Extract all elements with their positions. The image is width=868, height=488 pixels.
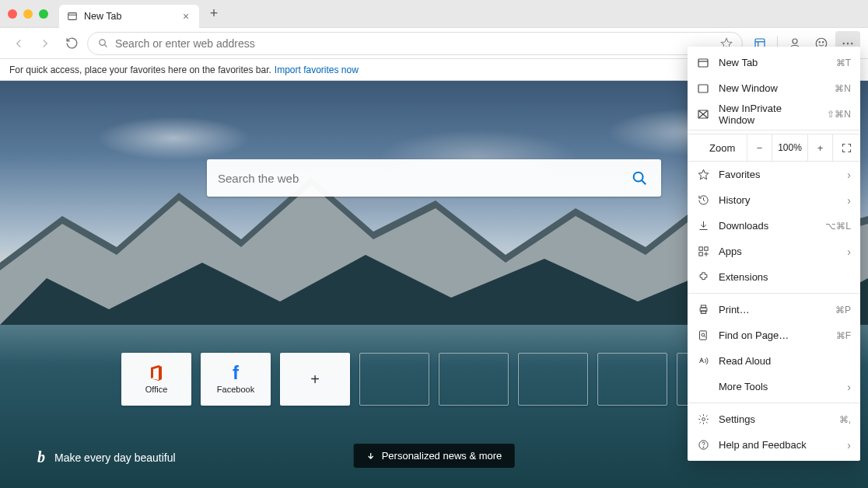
menu-item-find-on-page[interactable]: Find on Page…⌘F (688, 322, 860, 348)
readaloud-icon (697, 355, 709, 368)
menu-item-label: New Window (719, 82, 825, 94)
tagline-text: Make every day beautiful (54, 451, 176, 464)
svg-line-3 (104, 44, 107, 47)
svg-point-36 (702, 333, 705, 336)
new-tab-button[interactable]: + (202, 2, 226, 26)
menu-item-label: More Tools (719, 381, 838, 392)
tile-office[interactable]: Office (121, 353, 191, 406)
close-tab-button[interactable]: × (180, 11, 191, 22)
forward-button[interactable] (34, 33, 56, 54)
svg-point-41 (703, 447, 704, 448)
web-search-box[interactable] (207, 159, 661, 197)
download-icon (697, 220, 709, 232)
address-input[interactable] (115, 37, 714, 50)
help-icon (697, 439, 709, 451)
plus-icon: + (306, 371, 324, 388)
zoom-label: Zoom (688, 142, 747, 154)
menu-item-label: Extensions (719, 271, 851, 283)
tab-title: New Tab (84, 11, 174, 22)
chevron-right-icon: › (847, 381, 851, 393)
personalized-news-button[interactable]: Personalized news & more (354, 444, 515, 468)
search-icon (97, 37, 109, 49)
menu-item-label: Favorites (719, 169, 838, 180)
menu-item-new-inprivate-window[interactable]: New InPrivate Window⇧⌘N (688, 101, 860, 127)
svg-line-37 (704, 336, 705, 337)
menu-item-help-and-feedback[interactable]: Help and Feedback› (688, 432, 860, 458)
menu-item-new-window[interactable]: New Window⌘N (688, 75, 860, 101)
menu-item-apps[interactable]: Apps› (688, 239, 860, 264)
menu-item-history[interactable]: History› (688, 187, 860, 213)
svg-point-39 (702, 418, 705, 421)
settings-menu: New Tab⌘TNew Window⌘NNew InPrivate Windo… (688, 47, 860, 461)
zoom-out-button[interactable]: − (747, 134, 772, 162)
add-tile-button[interactable]: + (280, 353, 350, 406)
menu-item-shortcut: ⌥⌘L (825, 221, 851, 232)
find-icon (697, 329, 709, 342)
menu-item-label: Apps (719, 246, 838, 257)
svg-rect-33 (701, 305, 705, 308)
menu-item-label: New InPrivate Window (719, 103, 817, 126)
tab-page-icon (67, 11, 78, 22)
svg-point-18 (634, 173, 643, 182)
menu-item-label: History (719, 194, 838, 206)
svg-rect-0 (68, 12, 77, 19)
refresh-button[interactable] (61, 33, 82, 54)
menu-item-label: Print… (719, 304, 826, 315)
menu-item-shortcut: ⌘N (835, 83, 851, 94)
menu-item-read-aloud[interactable]: Read Aloud (688, 348, 860, 374)
zoom-controls: Zoom−100%+ (688, 134, 860, 162)
menu-item-settings[interactable]: Settings⌘, (688, 406, 860, 432)
menu-item-label: Downloads (719, 220, 816, 232)
menu-item-shortcut: ⌘T (836, 58, 851, 68)
chevron-right-icon: › (847, 169, 851, 181)
menu-item-favorites[interactable]: Favorites› (688, 162, 860, 187)
menu-item-shortcut: ⌘P (835, 305, 851, 315)
zoom-in-button[interactable]: + (807, 134, 832, 162)
inprivate-icon (697, 108, 709, 120)
settings-icon (697, 413, 709, 426)
zoom-value: 100% (772, 134, 807, 161)
menu-item-label: Read Aloud (719, 355, 851, 367)
window-icon (697, 82, 709, 95)
menu-item-more-tools[interactable]: More Tools› (688, 374, 860, 399)
menu-separator (688, 130, 860, 131)
footer-left: b Make every day beautiful (37, 448, 176, 466)
history-icon (697, 194, 709, 207)
menu-separator (688, 403, 860, 403)
web-search-button[interactable] (628, 167, 650, 189)
import-favorites-link[interactable]: Import favorites now (275, 64, 359, 75)
svg-rect-29 (698, 253, 702, 256)
svg-rect-28 (704, 247, 707, 250)
fullscreen-button[interactable] (832, 134, 860, 162)
tile-facebook[interactable]: fFacebook (201, 353, 271, 406)
tile-label: Office (145, 385, 168, 394)
facebook-icon: f (227, 364, 244, 382)
browser-tab[interactable]: New Tab × (59, 5, 199, 28)
menu-item-downloads[interactable]: Downloads⌥⌘L (688, 213, 860, 239)
bing-logo-icon: b (37, 448, 45, 466)
empty-tile (597, 353, 667, 406)
close-window-button[interactable] (8, 9, 17, 19)
empty-tile (359, 353, 429, 406)
svg-point-12 (843, 42, 845, 44)
menu-item-shortcut: ⌘F (836, 330, 851, 341)
newtab-icon (697, 57, 709, 69)
menu-item-print[interactable]: Print…⌘P (688, 297, 860, 322)
address-bar[interactable] (87, 32, 743, 55)
maximize-window-button[interactable] (39, 9, 48, 19)
menu-item-shortcut: ⇧⌘N (827, 109, 851, 120)
chevron-right-icon: › (847, 246, 851, 258)
web-search-input[interactable] (218, 172, 628, 185)
back-button[interactable] (8, 33, 30, 54)
quick-links-tiles: OfficefFacebook+ (121, 353, 747, 406)
svg-rect-22 (698, 85, 708, 92)
favorites-bar-text: For quick access, place your favorites h… (9, 64, 271, 75)
menu-item-shortcut: ⌘, (839, 414, 851, 425)
menu-item-extensions[interactable]: Extensions (688, 264, 860, 290)
menu-item-new-tab[interactable]: New Tab⌘T (688, 50, 860, 75)
chevron-right-icon: › (847, 194, 851, 207)
menu-separator (688, 293, 860, 294)
minimize-window-button[interactable] (23, 9, 33, 19)
menu-item-label: Settings (719, 413, 830, 425)
star-icon (697, 169, 709, 181)
